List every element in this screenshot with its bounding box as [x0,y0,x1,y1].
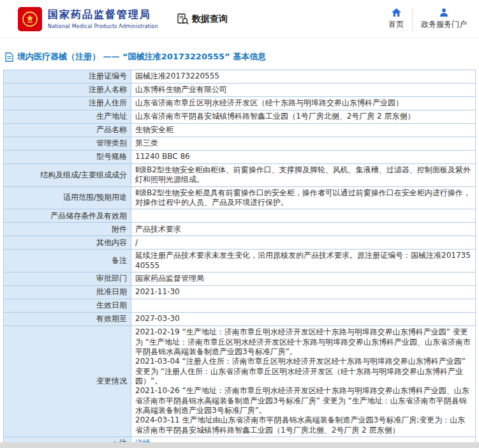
row-value: 山东博科生物产业有限公司 [131,84,476,97]
row-label: 生效日期 [4,299,131,313]
row-label: 其他内容 [4,236,131,250]
row-value: 生物安全柜 [131,124,476,137]
person-icon [439,8,448,17]
org-name-cn: 国家药品监督管理局 [48,8,158,22]
row-label: 有效期至 [4,313,131,326]
row-value: 2027-03-30 [131,313,476,326]
home-icon [392,8,401,17]
footer-strip [0,442,479,448]
table-row: 产品储存条件及有效期 [4,209,476,223]
data-query-label: 数据查询 [192,13,228,25]
row-label: 结构及组成/主要组成成分 [4,164,131,187]
row-value: 11240 BBC 86 [131,151,476,164]
table-row: 审批部门国家药品监督管理局 [4,273,476,286]
row-value: 山东省济南市平阴县安城镇博科路智鑫工业园（1号厂房北侧、2号厂房 2 层东侧） [131,110,476,124]
info-table: 注册证编号国械注准20173220555注册人名称山东博科生物产业有限公司注册人… [3,70,476,448]
row-value: 延续注册产品技术要求未发生变化，沿用原核发的产品技术要求。原注册证编号：国械注准… [131,250,476,273]
table-row: 有效期至2027-03-30 [4,313,476,326]
table-row: 备注延续注册产品技术要求未发生变化，沿用原核发的产品技术要求。原注册证编号：国械… [4,250,476,273]
nav-home[interactable]: 首页 [380,8,412,30]
table-row: 其他内容/ [4,236,476,250]
page-title: 境内医疗器械（注册） —— “国械注准20173220555” 基本信息 [17,51,266,63]
table-row: 变更情况2021-02-19 “生产地址：济南市章丘明水经济开发区经十东路与明埠… [4,326,476,437]
national-emblem-icon [22,11,38,27]
row-label: 产品储存条件及有效期 [4,209,131,223]
row-label: 备注 [4,250,131,273]
row-label: 附件 [4,223,131,236]
nmpa-logo [18,7,42,31]
table-row: 附件产品技术要求 [4,223,476,236]
table-row: 生效日期 [4,299,476,313]
row-label: 批准日期 [4,286,131,299]
table-row: 注册证编号国械注准20173220555 [4,70,476,84]
row-label: 注册人住所 [4,97,131,110]
row-label: 生产地址 [4,110,131,124]
table-row: 批准日期2021-11-30 [4,286,476,299]
row-label: 注册证编号 [4,70,131,84]
info-table-body: 注册证编号国械注准20173220555注册人名称山东博科生物产业有限公司注册人… [4,70,476,448]
row-label: 变更情况 [4,326,131,437]
row-label: 审批部门 [4,273,131,286]
org-name-en: National Medical Products Administration [48,24,158,29]
row-value [131,299,476,313]
document-icon [5,52,13,62]
table-row: 注册人住所山东省济南市章丘区明水经济开发区（经十东路与明埠路交界山东博科产业园） [4,97,476,110]
table-row: 结构及组成/主要组成成分Ⅱ级B2型生物安全柜由柜体、前窗操作口、支撑脚及脚轮、风… [4,164,476,187]
nav-portal[interactable]: 政务服务门户 [413,8,475,30]
page: 国家药品监督管理局 National Medical Products Admi… [0,0,479,448]
breadcrumb: 境内医疗器械（注册） —— “国械注准20173220555” 基本信息 [0,38,479,70]
nav-portal-label: 政务服务门户 [421,19,467,30]
row-value: Ⅱ级B2型生物安全柜是具有前窗操作口的安全柜，操作者可以通过前窗操作口在安全柜内… [131,186,476,209]
row-label: 管理类别 [4,137,131,151]
table-row: 适用范围/预期用途Ⅱ级B2型生物安全柜是具有前窗操作口的安全柜，操作者可以通过前… [4,186,476,209]
table-row: 注册人名称山东博科生物产业有限公司 [4,84,476,97]
search-doc-icon [177,13,189,25]
row-value: / [131,236,476,250]
data-query-button[interactable]: 数据查询 [177,13,228,25]
org-names: 国家药品监督管理局 National Medical Products Admi… [48,8,158,29]
row-value: 国家药品监督管理局 [131,273,476,286]
row-value: 山东省济南市章丘区明水经济开发区（经十东路与明埠路交界山东博科产业园） [131,97,476,110]
row-value: 产品技术要求 [131,223,476,236]
row-value: 国械注准20173220555 [131,70,476,84]
row-value: 2021-11-30 [131,286,476,299]
row-value: 第三类 [131,137,476,151]
table-row: 产品名称生物安全柜 [4,124,476,137]
nav-home-label: 首页 [388,19,404,30]
header: 国家药品监督管理局 National Medical Products Admi… [0,0,479,38]
row-value: 2021-02-19 “生产地址：济南市章丘明水经济开发区经十东路与明埠路交界山… [131,326,476,437]
table-row: 型号规格11240 BBC 86 [4,151,476,164]
header-nav: 首页 政务服务门户 [380,8,475,31]
table-row: 管理类别第三类 [4,137,476,151]
row-label: 型号规格 [4,151,131,164]
row-value: Ⅱ级B2型生物安全柜由柜体、前窗操作口、支撑脚及脚轮、风机、集液槽、过滤器、控制… [131,164,476,187]
table-row: 生产地址山东省济南市平阴县安城镇博科路智鑫工业园（1号厂房北侧、2号厂房 2 层… [4,110,476,124]
row-label: 适用范围/预期用途 [4,186,131,209]
row-label: 注册人名称 [4,84,131,97]
row-label: 产品名称 [4,124,131,137]
row-value [131,209,476,223]
